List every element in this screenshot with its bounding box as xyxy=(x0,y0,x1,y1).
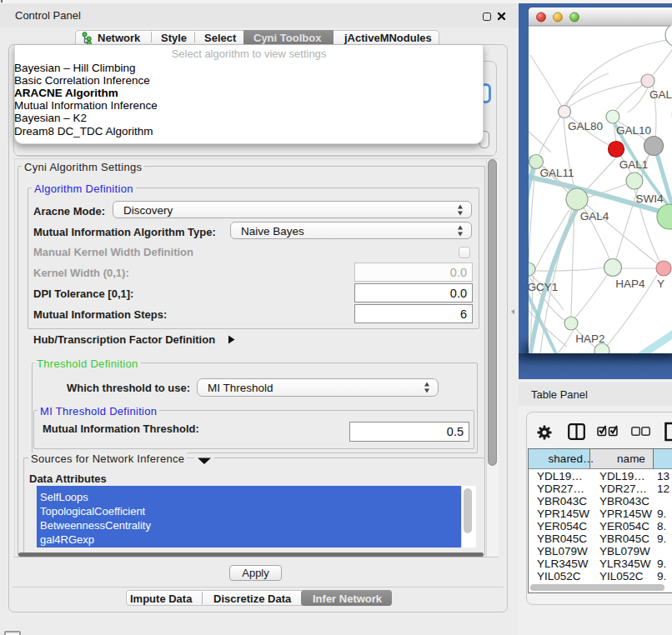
svg-text:HAP2: HAP2 xyxy=(575,332,604,345)
svg-text:GAL11: GAL11 xyxy=(539,167,574,179)
svg-text:HAP4: HAP4 xyxy=(615,278,645,290)
svg-text:GCY1: GCY1 xyxy=(528,281,559,293)
svg-text:SWI4: SWI4 xyxy=(635,192,663,205)
svg-text:GAL4: GAL4 xyxy=(580,210,609,222)
svg-text:GAL1: GAL1 xyxy=(619,158,649,171)
svg-text:GAL80: GAL80 xyxy=(568,120,603,132)
svg-text:GAL10: GAL10 xyxy=(616,124,651,137)
svg-text:GAL: GAL xyxy=(649,88,672,101)
svg-text:Y: Y xyxy=(657,278,664,290)
